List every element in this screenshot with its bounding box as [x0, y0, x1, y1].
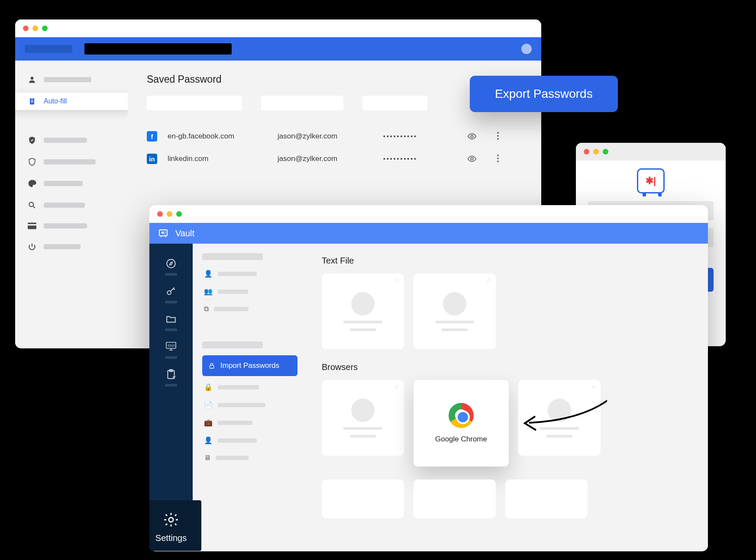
column-header-placeholder: [147, 96, 242, 110]
svg-point-12: [471, 158, 473, 160]
header-placeholder: [25, 45, 72, 53]
close-dot[interactable]: [23, 26, 29, 31]
close-dot[interactable]: [157, 211, 163, 217]
section-title-textfile: Text File: [322, 256, 693, 266]
subnav-item[interactable]: 👤: [202, 434, 297, 447]
lock-small-icon: 🔒: [204, 383, 213, 391]
sidebar-item-autofill[interactable]: Auto-fill: [15, 93, 132, 110]
sidebar-label-placeholder: [44, 77, 91, 82]
person-icon: 👤: [204, 436, 213, 444]
rail-item-settings[interactable]: Settings: [149, 500, 201, 551]
password-row[interactable]: f en-gb.facebook.com jason@zylker.com ••…: [147, 125, 522, 148]
rail-item-passwords[interactable]: [165, 283, 177, 306]
maximize-dot[interactable]: [42, 26, 48, 31]
arrow-icon: [516, 347, 607, 442]
sidebar-label-placeholder: [44, 138, 87, 143]
more-icon[interactable]: [497, 154, 499, 164]
users-icon: 👥: [204, 287, 213, 296]
row-user: jason@zylker.com: [278, 154, 373, 163]
sidebar-item-privacy[interactable]: [15, 153, 128, 171]
rail-item-sso[interactable]: SSO: [165, 338, 177, 361]
sidebar-item-search[interactable]: [15, 196, 128, 214]
svg-point-13: [497, 154, 499, 156]
clipboard-icon: [27, 97, 37, 106]
folder-icon: [165, 313, 177, 325]
column-header-placeholder: [362, 96, 427, 110]
svg-point-18: [167, 259, 175, 268]
maximize-dot[interactable]: [176, 211, 182, 217]
import-card[interactable]: [414, 480, 496, 518]
minimize-dot[interactable]: [167, 211, 172, 217]
sso-icon: SSO: [165, 341, 177, 353]
svg-rect-1: [30, 98, 34, 105]
import-card[interactable]: ☆: [414, 274, 496, 349]
avatar[interactable]: [521, 44, 532, 54]
subnav-item[interactable]: 🖥: [202, 451, 297, 464]
chrome-icon: [449, 403, 474, 428]
svg-point-14: [497, 158, 499, 159]
vault-logo-icon: ✱|: [637, 168, 665, 193]
minimize-dot[interactable]: [593, 149, 599, 154]
sidebar-label-placeholder: [44, 159, 96, 164]
sidebar-item-appearance[interactable]: [15, 175, 128, 192]
import-card[interactable]: [322, 480, 404, 518]
subnav-item[interactable]: 📄: [202, 398, 297, 412]
window-titlebar: [149, 205, 708, 223]
svg-rect-7: [28, 224, 36, 225]
svg-point-9: [497, 132, 499, 134]
subnav-item[interactable]: 👤: [202, 267, 297, 280]
rail-item-folders[interactable]: [165, 310, 177, 334]
subnav-item[interactable]: 🔒: [202, 380, 297, 394]
window-titlebar: [15, 19, 541, 37]
eye-icon[interactable]: [467, 154, 477, 164]
page-title: Saved Password: [147, 74, 522, 85]
row-password: ••••••••••: [383, 133, 457, 140]
import-content: Text File ☆ ☆ Browsers ☆ Google Chrome ☆: [307, 244, 708, 551]
gear-icon: [163, 512, 179, 528]
card-label: Google Chrome: [435, 435, 487, 444]
sidebar-item-label: Auto-fill: [44, 97, 67, 105]
subnav-item-import-passwords[interactable]: Import Passwords: [202, 355, 297, 376]
window-titlebar: [576, 143, 726, 161]
svg-rect-2: [31, 97, 33, 99]
subnav-heading-placeholder: [202, 253, 263, 260]
import-card[interactable]: ☆: [322, 274, 404, 349]
rail-item-dashboard[interactable]: [165, 255, 177, 278]
svg-text:SSO: SSO: [168, 344, 175, 348]
vault-header-icon: ✱|: [158, 228, 168, 238]
subnav-item[interactable]: ⧉: [202, 303, 297, 315]
password-row[interactable]: in linkedin.com jason@zylker.com •••••••…: [147, 148, 522, 170]
subnav-item[interactable]: 👥: [202, 285, 297, 298]
svg-point-15: [497, 161, 499, 162]
person-icon: [27, 75, 37, 84]
import-card[interactable]: [505, 480, 588, 518]
briefcase-icon: 💼: [204, 418, 213, 427]
eye-icon[interactable]: [467, 132, 477, 141]
sidebar-item-payments[interactable]: [15, 218, 128, 234]
more-icon[interactable]: [497, 132, 499, 141]
star-icon: ☆: [394, 277, 400, 283]
vault-rail: SSO Settings: [149, 244, 193, 551]
subnav-item[interactable]: 💼: [202, 416, 297, 429]
import-card-chrome[interactable]: Google Chrome: [414, 380, 509, 467]
import-card[interactable]: ☆: [322, 380, 404, 456]
sidebar-item-onstartup[interactable]: [15, 238, 128, 255]
lock-icon: [208, 362, 215, 369]
close-dot[interactable]: [584, 149, 589, 154]
search-icon: [27, 201, 37, 209]
export-passwords-button[interactable]: Export Passwords: [470, 76, 618, 112]
vault-window: ✱| Vault SSO Settings: [149, 205, 708, 551]
sidebar-item-account[interactable]: [15, 71, 128, 88]
star-icon: ☆: [486, 277, 491, 283]
sidebar-item-security[interactable]: [15, 132, 128, 149]
row-user: jason@zylker.com: [278, 132, 373, 141]
minimize-dot[interactable]: [32, 26, 38, 31]
svg-rect-6: [28, 223, 36, 229]
shield-check-icon: [27, 136, 37, 145]
svg-point-19: [167, 291, 171, 295]
svg-point-10: [497, 135, 499, 137]
card-icon: [27, 222, 37, 229]
svg-point-11: [497, 138, 499, 140]
rail-item-audit[interactable]: [165, 366, 177, 389]
maximize-dot[interactable]: [603, 149, 608, 154]
